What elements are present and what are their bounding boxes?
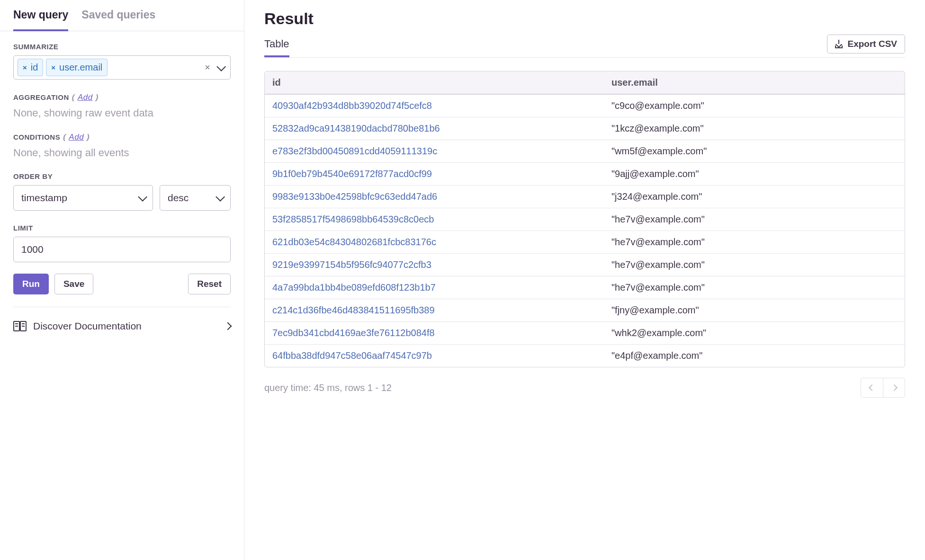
cell-id[interactable]: 7ec9db341cbd4169ae3fe76112b084f8 — [265, 322, 604, 344]
table-row: 7ec9db341cbd4169ae3fe76112b084f8"whk2@ex… — [265, 322, 905, 345]
orderby-direction-select[interactable]: desc — [160, 185, 231, 211]
table-row: 64fbba38dfd947c58e06aaf74547c97b"e4pf@ex… — [265, 345, 905, 367]
limit-input[interactable] — [13, 237, 231, 262]
pager-next-button[interactable] — [883, 378, 905, 397]
discover-documentation-link[interactable]: Discover Documentation — [13, 319, 231, 334]
chevron-down-icon[interactable] — [216, 62, 226, 71]
tab-saved-queries[interactable]: Saved queries — [81, 9, 155, 31]
conditions-placeholder: None, showing all events — [13, 147, 231, 159]
cell-id[interactable]: 64fbba38dfd947c58e06aaf74547c97b — [265, 345, 604, 367]
cell-id[interactable]: c214c1d36fbe46d483841511695fb389 — [265, 299, 604, 321]
result-tabbar: Table Export CSV — [264, 35, 905, 58]
table-row: 9b1f0eb79b4540e69172f877acd0cf99"9ajj@ex… — [265, 163, 905, 186]
cell-email: "e4pf@example.com" — [604, 345, 905, 367]
remove-chip-icon[interactable]: × — [23, 63, 27, 71]
aggregation-add-link[interactable]: Add — [78, 93, 93, 102]
conditions-label: CONDITIONS (Add) — [13, 133, 231, 142]
table-row: 53f2858517f5498698bb64539c8c0ecb"he7v@ex… — [265, 208, 905, 231]
chevron-right-icon — [224, 322, 232, 330]
query-body: SUMMARIZE × id × user.email × AGGREGATIO… — [0, 31, 244, 560]
cell-id[interactable]: 40930af42b934d8bb39020d74f5cefc8 — [265, 95, 604, 117]
cell-id[interactable]: 9b1f0eb79b4540e69172f877acd0cf99 — [265, 163, 604, 185]
result-title: Result — [264, 9, 905, 28]
cell-email: "j324@example.com" — [604, 186, 905, 208]
save-button[interactable]: Save — [54, 274, 93, 294]
cell-email: "he7v@example.com" — [604, 276, 905, 299]
table-row: e783e2f3bd00450891cdd4059111319c"wm5f@ex… — [265, 140, 905, 163]
conditions-add-link[interactable]: Add — [69, 133, 84, 142]
cell-email: "he7v@example.com" — [604, 254, 905, 276]
cell-email: "whk2@example.com" — [604, 322, 905, 344]
orderby-field-select[interactable]: timestamp — [13, 185, 153, 211]
tab-new-query[interactable]: New query — [13, 9, 68, 31]
download-icon — [835, 40, 843, 48]
summarize-chip-id: × id — [18, 59, 43, 76]
table-row: c214c1d36fbe46d483841511695fb389"fjny@ex… — [265, 299, 905, 322]
cell-id[interactable]: 4a7a99bda1bb4be089efd608f123b1b7 — [265, 276, 604, 299]
cell-email: "fjny@example.com" — [604, 299, 905, 321]
aggregation-label: AGGREGATION (Add) — [13, 93, 231, 102]
export-csv-button[interactable]: Export CSV — [827, 35, 905, 53]
table-header: id user.email — [265, 71, 905, 95]
pager-prev-button[interactable] — [861, 378, 883, 397]
cell-id[interactable]: 9219e93997154b5f956fc94077c2cfb3 — [265, 254, 604, 276]
table-row: 9983e9133b0e42598bfc9c63edd47ad6"j324@ex… — [265, 186, 905, 208]
reset-button[interactable]: Reset — [188, 274, 231, 294]
run-button[interactable]: Run — [13, 274, 49, 294]
limit-label: LIMIT — [13, 224, 231, 232]
chevron-down-icon — [138, 192, 147, 202]
cell-email: "c9co@example.com" — [604, 95, 905, 117]
chevron-down-icon — [216, 192, 225, 202]
table-row: 621db03e54c84304802681fcbc83176c"he7v@ex… — [265, 231, 905, 254]
result-footer: query time: 45 ms, rows 1 - 12 — [264, 378, 905, 398]
column-header-id[interactable]: id — [265, 71, 604, 94]
remove-chip-icon[interactable]: × — [51, 63, 55, 71]
orderby-label: ORDER BY — [13, 172, 231, 180]
query-builder-pane: New query Saved queries SUMMARIZE × id ×… — [0, 0, 244, 560]
pager — [861, 378, 905, 398]
result-table: id user.email 40930af42b934d8bb39020d74f… — [264, 71, 905, 367]
documentation-icon — [13, 320, 27, 332]
table-row: 9219e93997154b5f956fc94077c2cfb3"he7v@ex… — [265, 254, 905, 276]
table-body: 40930af42b934d8bb39020d74f5cefc8"c9co@ex… — [265, 95, 905, 367]
cell-id[interactable]: 53f2858517f5498698bb64539c8c0ecb — [265, 208, 604, 231]
summarize-input[interactable]: × id × user.email × — [13, 55, 231, 80]
summarize-chip-user-email: × user.email — [46, 59, 108, 76]
result-pane: Result Table Export CSV id user.email 40… — [244, 0, 925, 560]
cell-id[interactable]: e783e2f3bd00450891cdd4059111319c — [265, 140, 604, 162]
aggregation-placeholder: None, showing raw event data — [13, 107, 231, 119]
table-row: 52832ad9ca91438190dacbd780be81b6"1kcz@ex… — [265, 117, 905, 140]
chip-label: id — [31, 62, 38, 73]
cell-email: "9ajj@example.com" — [604, 163, 905, 185]
docs-label: Discover Documentation — [33, 320, 142, 332]
query-tabs: New query Saved queries — [0, 0, 244, 31]
clear-all-icon[interactable]: × — [205, 62, 210, 73]
query-stats: query time: 45 ms, rows 1 - 12 — [264, 382, 392, 393]
table-row: 4a7a99bda1bb4be089efd608f123b1b7"he7v@ex… — [265, 276, 905, 299]
chevron-right-icon — [890, 384, 897, 391]
result-tab-table[interactable]: Table — [264, 35, 289, 57]
cell-email: "1kcz@example.com" — [604, 117, 905, 140]
cell-id[interactable]: 52832ad9ca91438190dacbd780be81b6 — [265, 117, 604, 140]
chip-label: user.email — [59, 62, 102, 73]
cell-id[interactable]: 621db03e54c84304802681fcbc83176c — [265, 231, 604, 253]
column-header-email[interactable]: user.email — [604, 71, 905, 94]
cell-email: "he7v@example.com" — [604, 208, 905, 231]
chevron-left-icon — [869, 384, 875, 391]
summarize-label: SUMMARIZE — [13, 43, 231, 51]
table-row: 40930af42b934d8bb39020d74f5cefc8"c9co@ex… — [265, 95, 905, 117]
cell-id[interactable]: 9983e9133b0e42598bfc9c63edd47ad6 — [265, 186, 604, 208]
cell-email: "he7v@example.com" — [604, 231, 905, 253]
cell-email: "wm5f@example.com" — [604, 140, 905, 162]
